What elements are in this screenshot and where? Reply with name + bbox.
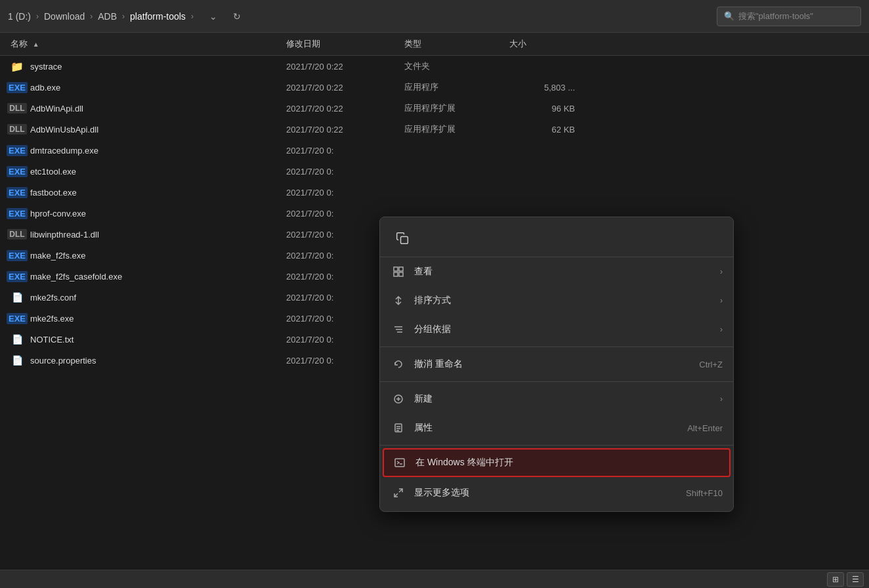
table-row[interactable]: EXE adb.exe 2021/7/20 0:22 应用程序 5,803 ..… <box>0 77 869 98</box>
sort-item-label: 排序方式 <box>414 295 715 306</box>
view-item[interactable]: 查看 › <box>380 257 733 286</box>
breadcrumb-sep1: › <box>36 12 39 21</box>
exe-icon: EXE <box>11 144 24 157</box>
file-date: 2021/7/20 0:22 <box>286 104 404 114</box>
exe-icon: EXE <box>11 186 24 199</box>
exe-icon: EXE <box>11 249 24 262</box>
file-date: 2021/7/20 0:22 <box>286 125 404 135</box>
new-item[interactable]: 新建 › <box>380 385 733 413</box>
table-row[interactable]: EXE dmtracedump.exe 2021/7/20 0: <box>0 140 869 161</box>
refresh-button[interactable]: ↻ <box>228 7 246 26</box>
col-size-header[interactable]: 大小 <box>509 38 588 50</box>
undo-item-icon <box>391 356 406 372</box>
group-item-icon <box>391 322 406 337</box>
dropdown-arrow[interactable]: ⌄ <box>204 7 223 26</box>
sort-arrow: ▲ <box>33 41 39 48</box>
undo-item-label: 撤消 重命名 <box>414 358 699 370</box>
view-item-label: 查看 <box>414 266 715 278</box>
conf-icon: 📄 <box>11 333 24 346</box>
properties-item-icon <box>391 420 406 436</box>
file-name: etc1tool.exe <box>30 167 286 177</box>
column-headers: 名称 ▲ 修改日期 类型 大小 <box>0 33 869 56</box>
more-options-item-shortcut: Shift+F10 <box>686 488 723 498</box>
file-name: NOTICE.txt <box>30 335 286 345</box>
context-menu-separator <box>380 445 733 446</box>
file-name: hprof-conv.exe <box>30 209 286 219</box>
file-type: 应用程序 <box>404 81 509 93</box>
table-row[interactable]: EXE etc1tool.exe 2021/7/20 0: <box>0 161 869 182</box>
statusbar: ⊞ ☰ <box>0 570 869 588</box>
properties-item-shortcut: Alt+Enter <box>687 423 723 433</box>
table-row[interactable]: EXE fastboot.exe 2021/7/20 0: <box>0 182 869 203</box>
group-item-label: 分组依据 <box>414 324 715 335</box>
file-name: mke2fs.conf <box>30 293 286 303</box>
breadcrumb-sep3: › <box>122 12 125 21</box>
file-name: dmtracedump.exe <box>30 146 286 156</box>
file-date: 2021/7/20 0: <box>286 167 404 177</box>
titlebar: 1 (D:) › Download › ADB › platform-tools… <box>0 0 869 33</box>
terminal-item-label: 在 Windows 终端中打开 <box>415 457 721 469</box>
terminal-item[interactable]: 在 Windows 终端中打开 <box>383 448 731 477</box>
undo-item[interactable]: 撤消 重命名 Ctrl+Z <box>380 350 733 379</box>
search-placeholder: 搜索"platform-tools" <box>738 10 813 22</box>
exe-icon: EXE <box>11 312 24 325</box>
undo-item-shortcut: Ctrl+Z <box>699 360 723 369</box>
exe-icon: EXE <box>11 207 24 220</box>
folder-icon: 📁 <box>11 60 24 73</box>
view-item-arrow: › <box>720 267 723 276</box>
table-row[interactable]: DLL AdbWinApi.dll 2021/7/20 0:22 应用程序扩展 … <box>0 98 869 119</box>
exe-icon: EXE <box>11 270 24 283</box>
breadcrumb-download[interactable]: Download <box>44 11 85 22</box>
file-size: 96 KB <box>509 104 588 114</box>
file-date: 2021/7/20 0: <box>286 188 404 198</box>
new-item-label: 新建 <box>414 393 715 405</box>
copy-icon-btn[interactable] <box>391 226 414 250</box>
svg-rect-3 <box>394 272 398 276</box>
context-menu: 查看 › 排序方式 › 分组依据 › 撤消 重命名 Ctrl+Z 新建 › 属性… <box>379 217 734 512</box>
file-name: AdbWinUsbApi.dll <box>30 125 286 135</box>
breadcrumb-drive[interactable]: 1 (D:) <box>8 11 31 22</box>
file-name: source.properties <box>30 356 286 366</box>
file-size: 5,803 ... <box>509 83 588 93</box>
file-name: mke2fs.exe <box>30 314 286 324</box>
breadcrumb-sep4: › <box>191 12 194 21</box>
breadcrumb-sep2: › <box>90 12 93 21</box>
dll-icon: DLL <box>11 102 24 115</box>
prop-icon: 📄 <box>11 354 24 367</box>
more-options-item[interactable]: 显示更多选项 Shift+F10 <box>380 478 733 507</box>
search-box[interactable]: 🔍 搜索"platform-tools" <box>717 7 861 26</box>
view-grid-button[interactable]: ⊞ <box>827 572 844 587</box>
properties-item-label: 属性 <box>414 422 687 434</box>
exe-icon: EXE <box>11 165 24 178</box>
svg-rect-1 <box>394 267 398 271</box>
file-name: adb.exe <box>30 83 286 93</box>
file-name: AdbWinApi.dll <box>30 104 286 114</box>
context-menu-separator <box>380 381 733 382</box>
group-item[interactable]: 分组依据 › <box>380 315 733 344</box>
properties-item[interactable]: 属性 Alt+Enter <box>380 413 733 442</box>
file-type: 应用程序扩展 <box>404 102 509 114</box>
col-type-header[interactable]: 类型 <box>404 38 509 50</box>
file-type: 应用程序扩展 <box>404 123 509 135</box>
context-menu-items: 查看 › 排序方式 › 分组依据 › 撤消 重命名 Ctrl+Z 新建 › 属性… <box>380 257 733 507</box>
view-list-button[interactable]: ☰ <box>847 572 864 587</box>
sort-item-arrow: › <box>720 296 723 305</box>
sort-item[interactable]: 排序方式 › <box>380 286 733 315</box>
conf-icon: 📄 <box>11 291 24 304</box>
more-options-item-label: 显示更多选项 <box>414 487 686 499</box>
breadcrumb-current[interactable]: platform-tools <box>130 11 186 22</box>
new-item-arrow: › <box>720 394 723 404</box>
col-date-header[interactable]: 修改日期 <box>286 38 404 50</box>
table-row[interactable]: 📁 systrace 2021/7/20 0:22 文件夹 <box>0 56 869 77</box>
col-name-header[interactable]: 名称 ▲ <box>11 38 286 50</box>
file-name: make_f2fs.exe <box>30 251 286 261</box>
search-icon: 🔍 <box>724 11 734 21</box>
file-type: 文件夹 <box>404 60 509 72</box>
table-row[interactable]: DLL AdbWinUsbApi.dll 2021/7/20 0:22 应用程序… <box>0 119 869 140</box>
file-name: make_f2fs_casefold.exe <box>30 272 286 282</box>
file-name: libwinpthread-1.dll <box>30 230 286 240</box>
file-name: systrace <box>30 62 286 72</box>
breadcrumb-adb[interactable]: ADB <box>98 11 117 22</box>
svg-rect-4 <box>399 272 403 276</box>
file-date: 2021/7/20 0:22 <box>286 83 404 93</box>
